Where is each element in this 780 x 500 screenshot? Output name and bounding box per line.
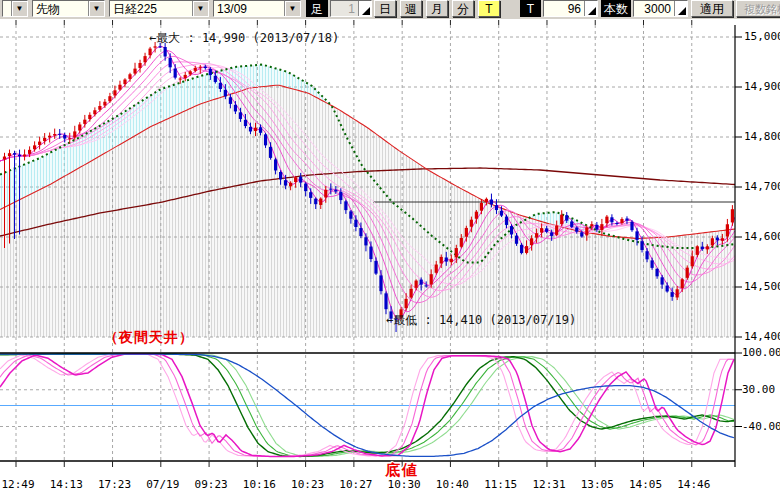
time-axis-label: 10:23 [291,478,324,491]
spinner-icon[interactable] [584,1,597,16]
tick-toggle-button[interactable]: T [478,0,500,17]
price-axis-label: 15,000 [744,30,780,43]
period-month-button[interactable]: 月 [426,0,448,17]
tick-label: T [520,0,541,17]
time-axis-label: 13:05 [581,478,614,491]
time-axis-label: 14:05 [629,478,662,491]
bottom-price-annotation: 底値 [385,461,419,480]
period-minute-button[interactable]: 分 [452,0,474,17]
price-axis-label: 14,700 [744,180,780,193]
price-axis-label: 14,800 [744,130,780,143]
time-axis-label: 14:46 [677,478,710,491]
symbol-select[interactable]: 日経225 ▼ [109,0,209,17]
contract-month-value: 13/09 [214,1,284,16]
bar-count-label: 本数 [601,0,631,17]
time-axis-label: 10:40 [436,478,469,491]
time-axis-label: 10:16 [243,478,276,491]
market-select-value: 先物 [33,1,88,16]
price-axis-label: 14,400 [744,330,780,343]
bar-count-value: 3000 [634,1,674,16]
chevron-down-icon[interactable]: ▼ [284,1,300,16]
time-axis-label: 12:49 [1,478,34,491]
price-axis-label: 14,900 [744,80,780,93]
price-axis-label: 14,600 [744,230,780,243]
interval-input[interactable]: 1 [330,0,372,17]
min-price-annotation: ←最低 : 14,410 (2013/07/19) [386,312,576,329]
tick-size-input[interactable]: 96 [543,0,598,17]
price-axis-label: 14,500 [744,280,780,293]
chart-application-window: ▼ 先物 ▼ 日経225 ▼ 13/09 ▼ 足 1 日 週 月 分 T T 9… [0,0,780,500]
spinner-icon[interactable] [358,1,371,16]
apply-button[interactable]: 適用 [691,0,733,17]
time-axis-label: 07/19 [146,478,179,491]
interval-value: 1 [331,1,358,16]
bar-count-input[interactable]: 3000 [633,0,688,17]
max-price-annotation: ←最大 : 14,990 (2013/07/18) [149,30,339,47]
spinner-icon[interactable] [674,1,687,16]
oscillator-axis-label: 100.00 [742,346,780,359]
time-axis-label: 11:15 [484,478,517,491]
chevron-down-icon[interactable]: ▼ [11,1,27,16]
market-select[interactable]: 先物 ▼ [32,0,105,17]
period-day-button[interactable]: 日 [374,0,396,17]
multi-symbol-button: 複数銘柄 [736,0,780,17]
chevron-down-icon[interactable]: ▼ [88,1,104,16]
tick-size-value: 96 [544,1,584,16]
time-axis-label: 17:23 [98,478,131,491]
time-axis-label: 14:13 [50,478,83,491]
symbol-select-value: 日経225 [110,1,192,16]
chevron-down-icon[interactable]: ▼ [192,1,208,16]
oscillator-axis-label: 30.00 [742,383,775,396]
interval-label: 足 [306,0,328,17]
time-axis-label: 09:23 [195,478,228,491]
chart-canvas[interactable] [0,0,780,500]
mini-dropdown[interactable]: ▼ [2,0,28,17]
mini-dropdown-value [3,1,11,16]
toolbar: ▼ 先物 ▼ 日経225 ▼ 13/09 ▼ 足 1 日 週 月 分 T T 9… [0,0,780,19]
night-top-annotation: （夜間天井） [104,329,194,347]
time-axis-label: 10:27 [339,478,372,491]
contract-month-select[interactable]: 13/09 ▼ [213,0,301,17]
time-axis-label: 12:31 [532,478,565,491]
period-week-button[interactable]: 週 [400,0,422,17]
oscillator-axis-label: -40.00 [742,420,780,433]
